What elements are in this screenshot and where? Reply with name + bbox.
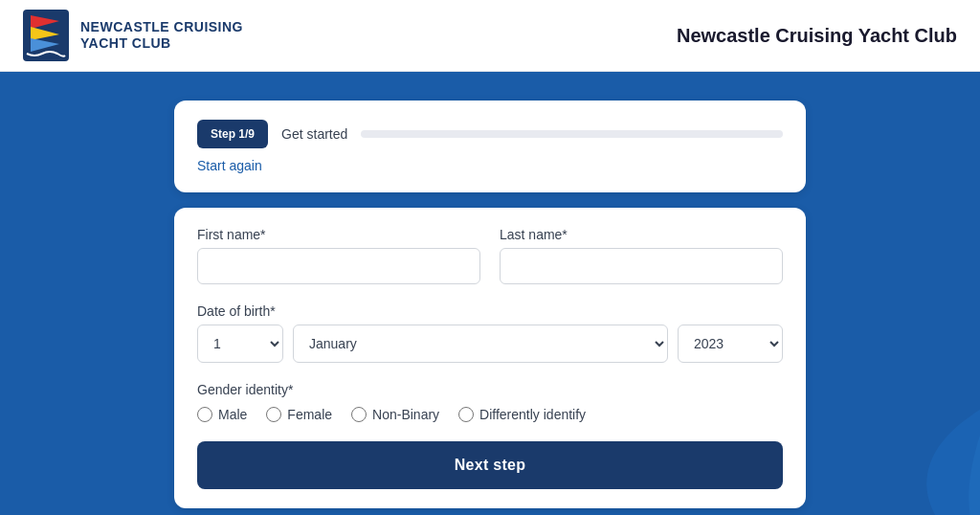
gender-option-different[interactable]: Differently identify <box>458 407 586 422</box>
first-name-label: First name* <box>197 227 480 242</box>
last-name-group: Last name* <box>500 227 783 284</box>
progress-row: Step 1/9Get started <box>197 120 783 148</box>
gender-option-nonbinary[interactable]: Non-Binary <box>351 407 439 422</box>
gender-radio-nonbinary[interactable] <box>351 407 367 422</box>
gender-option-label-male: Male <box>218 407 247 422</box>
gender-radio-different[interactable] <box>458 407 474 422</box>
gender-option-male[interactable]: Male <box>197 407 247 422</box>
header-title: Newcastle Cruising Yacht Club <box>677 25 957 47</box>
dob-day-select[interactable]: 1234567891011121314151617181920212223242… <box>197 325 283 363</box>
main-content: Step 1/9Get started Get started Start ag… <box>0 72 980 515</box>
logo-area: NEWCASTLE CRUISING YACHT CLUB <box>23 10 243 61</box>
logo-line1: NEWCASTLE CRUISING <box>80 19 243 35</box>
app-header: NEWCASTLE CRUISING YACHT CLUB Newcastle … <box>0 0 980 72</box>
gender-option-female[interactable]: Female <box>266 407 332 422</box>
first-name-input[interactable] <box>197 248 480 284</box>
step-get-started-label: Get started <box>281 126 347 142</box>
name-row: First name* Last name* <box>197 227 783 284</box>
progress-bar <box>361 130 783 138</box>
first-name-group: First name* <box>197 227 480 284</box>
background-wave <box>693 342 980 515</box>
club-logo-icon <box>23 10 69 61</box>
gender-option-label-nonbinary: Non-Binary <box>372 407 439 422</box>
last-name-label: Last name* <box>500 227 783 242</box>
step-badge: Step 1/9 <box>197 120 268 148</box>
gender-option-label-different: Differently identify <box>479 407 586 422</box>
start-again-link[interactable]: Start again <box>197 158 783 173</box>
gender-option-label-female: Female <box>287 407 332 422</box>
last-name-input[interactable] <box>500 248 783 284</box>
progress-card: Step 1/9Get started Get started Start ag… <box>174 101 806 192</box>
dob-label: Date of birth* <box>197 303 783 319</box>
gender-radio-male[interactable] <box>197 407 212 422</box>
logo-line2: YACHT CLUB <box>80 35 243 52</box>
gender-radio-female[interactable] <box>266 407 281 422</box>
logo-text: NEWCASTLE CRUISING YACHT CLUB <box>80 19 243 52</box>
dob-month-select[interactable]: JanuaryFebruaryMarchAprilMayJuneJulyAugu… <box>293 325 668 363</box>
